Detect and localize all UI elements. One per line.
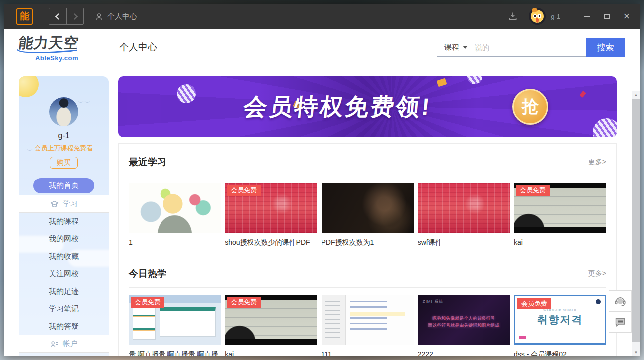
header: 能力天空 AbleSky.com 个人中心 课程 搜索 [4,29,640,66]
avatar-face-icon [531,10,544,23]
course-title: swf课件 [418,238,510,247]
section-header: 今日热学更多> [129,267,606,280]
close-button[interactable]: × [620,10,633,23]
user-list-icon [50,340,59,348]
content-area: 会员特权免费领! 抢 最近学习更多>1会员免费shou授权次数少的课件PDFPD… [118,76,617,356]
thumbnail-caption-text: 昵称和头像就是个人的超级符号而这些符号就是由关键词和图片组成 [418,315,510,329]
thumbnail-brand-text: ZIMI 系统 [423,299,443,304]
breadcrumb: 个人中心 [95,12,137,21]
banner-cta-button[interactable]: 抢 [512,89,548,125]
course-title: kai [514,238,606,246]
scrollbar-thumb[interactable] [632,99,640,342]
profile-avatar[interactable] [49,97,78,126]
buy-button[interactable]: 购买 [50,157,78,169]
sidebar-item-label: 我的收藏 [49,252,79,261]
section-divider [129,176,606,176]
course-card[interactable]: ZIMI 系统昵称和头像就是个人的超级符号而这些符号就是由关键词和图片组成222… [418,295,510,356]
membership-badge: 会员免费 [517,298,551,309]
brand-logo[interactable]: 能力天空 AbleSky.com [19,33,95,62]
scroll-down-arrow-icon[interactable]: ▼ [632,349,640,356]
membership-badge: 会员免费 [227,297,261,308]
sidebar-item[interactable]: 个人设置 [19,353,109,356]
forward-button[interactable] [66,8,83,24]
more-link[interactable]: 更多> [588,269,606,278]
course-section: 今日热学更多>会员免费贵 啊直播贵 啊直播贵 啊直播会员免费kai111ZIMI… [129,267,606,356]
maximize-icon [604,14,610,19]
search-box: 课程 [437,38,586,57]
sidebar-item[interactable]: 我的答疑 [19,318,109,335]
sidebar-item-label: 我的课程 [49,217,79,226]
scroll-up-arrow-icon[interactable]: ▲ [632,91,640,99]
membership-badge: 会员免费 [131,297,164,308]
section-title: 最近学习 [129,156,166,169]
chat-icon [614,316,626,328]
sidebar-item[interactable]: 我的收藏 [19,248,109,265]
sidebar-item[interactable]: 我的网校 [19,230,109,248]
sidebar-item-label: 学习笔记 [49,304,79,314]
course-thumbnail [322,295,414,345]
course-title: 2222 [418,350,510,356]
history-nav [49,8,84,25]
search-category-dropdown[interactable]: 课程 [437,43,475,52]
course-card[interactable]: 会员免费kai [514,183,606,247]
course-card[interactable]: PDF授权次数为1 [322,183,414,247]
course-thumbnail: 会员免费 [129,295,221,345]
breadcrumb-label: 个人中心 [107,12,137,21]
sidebar-item[interactable]: 关注网校 [19,265,109,283]
page-title: 个人中心 [119,41,157,54]
avatar[interactable] [529,8,546,25]
feedback-button[interactable] [609,311,632,333]
course-title: 1 [129,238,221,246]
card-row: 1会员免费shou授权次数少的课件PDFPDF授权次数为1swf课件会员免费ka… [129,183,606,247]
banner-title: 会员特权免费领! [147,91,529,123]
chevron-right-icon [71,13,78,20]
sidebar-item[interactable]: 我的首页 [33,178,94,193]
sidebar-item[interactable]: 我的课程 [19,213,109,230]
search-bar: 课程 搜索 [437,38,625,57]
course-thumbnail: 会员免费 [225,183,317,233]
course-card[interactable]: 会员免费shou授权次数少的课件PDF [225,183,317,247]
back-button[interactable] [49,8,66,24]
course-card[interactable]: 1 [129,183,221,247]
course-thumbnail: 会员免费WARM-UP SINGLE취향저격 [514,295,606,345]
person-icon [95,12,103,21]
striped-ball-decoration [467,76,482,84]
course-card[interactable]: swf课件 [418,183,510,247]
sidebar-nav: 我的首页学习我的课程我的网校我的收藏关注网校我的足迹学习笔记我的答疑帐户个人设置 [19,178,109,356]
chevron-down-icon [463,46,468,49]
brand-logo-en: AbleSky.com [19,54,95,62]
titlebar-right: g-1 × [508,8,633,25]
promo-banner[interactable]: 会员特权免费领! 抢 [118,76,617,137]
course-title: shou授权次数少的课件PDF [225,238,317,247]
more-link[interactable]: 更多> [588,158,606,167]
membership-badge: 会员免费 [516,185,550,196]
search-button[interactable]: 搜索 [586,38,625,57]
customer-service-button[interactable] [609,290,632,312]
sidebar-item-label: 我的网校 [49,234,79,244]
header-divider [107,37,107,57]
close-icon: × [624,11,630,22]
sidebar-item[interactable]: 我的足迹 [19,283,109,300]
chevron-left-icon [55,13,62,20]
minimize-button[interactable] [580,10,593,23]
course-section: 最近学习更多>1会员免费shou授权次数少的课件PDFPDF授权次数为1swf课… [129,156,606,247]
course-title: PDF授权次数为1 [322,238,414,247]
sidebar-item-label: 我的答疑 [49,322,79,331]
course-card[interactable]: 111 [322,295,414,356]
card-row: 会员免费贵 啊直播贵 啊直播贵 啊直播会员免费kai111ZIMI 系统昵称和头… [129,295,606,356]
course-title: kai [225,350,317,356]
course-title: 贵 啊直播贵 啊直播贵 啊直播 [129,350,221,356]
course-card[interactable]: 会员免费贵 啊直播贵 啊直播贵 啊直播 [129,295,221,356]
profile-block: g-1 会员上万课程免费看 购买 [19,76,109,169]
download-icon[interactable] [508,11,518,21]
vertical-scrollbar[interactable]: ▲ ▼ [632,91,640,356]
course-title: 111 [322,350,414,356]
section-header: 最近学习更多> [129,156,606,169]
course-card[interactable]: 会员免费WARM-UP SINGLE취향저격dss - 会员课程02 [514,295,606,356]
maximize-button[interactable] [600,10,613,23]
search-input[interactable] [475,43,586,52]
course-thumbnail: 会员免费 [514,183,606,233]
course-card[interactable]: 会员免费kai [225,295,317,356]
course-thumbnail: ZIMI 系统昵称和头像就是个人的超级符号而这些符号就是由关键词和图片组成 [418,295,510,345]
sidebar-item[interactable]: 学习笔记 [19,300,109,318]
